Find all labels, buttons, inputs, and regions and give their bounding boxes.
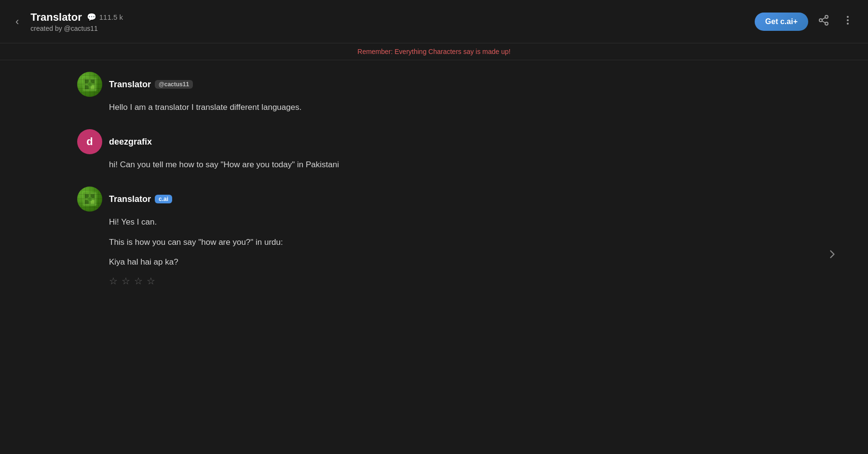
- back-button[interactable]: ‹: [12, 12, 23, 32]
- svg-rect-13: [88, 82, 92, 86]
- header-stats: 💬 111.5 k: [87, 13, 123, 22]
- svg-rect-18: [91, 200, 95, 204]
- svg-rect-11: [85, 85, 89, 89]
- creator-handle: @cactus11: [64, 25, 98, 32]
- sender-name-2: deezgrafix: [109, 137, 152, 147]
- message-3-line-3: Kiya hal hai ap ka?: [109, 255, 791, 268]
- message-3-body: Hi! Yes I can. This is how you can say "…: [77, 215, 791, 287]
- sender-info-1: Translator @cactus11: [109, 80, 193, 90]
- rating-stars[interactable]: ☆ ☆ ☆ ☆: [109, 275, 791, 287]
- chat-bubble-icon: 💬: [87, 13, 96, 22]
- more-icon: [842, 14, 854, 26]
- more-options-button[interactable]: [839, 12, 856, 32]
- star-4[interactable]: ☆: [147, 275, 155, 287]
- message-3-text: Hi! Yes I can. This is how you can say "…: [109, 215, 791, 268]
- svg-rect-12: [91, 85, 95, 89]
- message-2: d deezgrafix hi! Can you tell me how to …: [77, 129, 791, 171]
- avatar-inner: [77, 72, 102, 97]
- star-2[interactable]: ☆: [122, 275, 130, 287]
- header-info: Translator 💬 111.5 k created by @cactus1…: [30, 11, 123, 32]
- svg-point-7: [847, 23, 849, 25]
- svg-rect-17: [85, 200, 89, 204]
- svg-rect-15: [85, 194, 89, 198]
- sender-badge-3: c.ai: [155, 195, 172, 203]
- minecraft-icon-2: [81, 190, 98, 208]
- star-3[interactable]: ☆: [134, 275, 143, 287]
- user-avatar-letter: d: [86, 135, 93, 148]
- message-1-header: Translator @cactus11: [77, 72, 791, 97]
- star-1[interactable]: ☆: [109, 275, 118, 287]
- minecraft-icon: [81, 76, 98, 93]
- sender-info-2: deezgrafix: [109, 137, 152, 147]
- chat-area: Translator @cactus11 Hello I am a transl…: [0, 60, 868, 452]
- message-3: Translator c.ai Hi! Yes I can. This is h…: [77, 187, 791, 287]
- svg-rect-14: [83, 192, 96, 206]
- back-icon: ‹: [15, 15, 19, 28]
- message-3-line-1: Hi! Yes I can.: [109, 215, 791, 228]
- sender-name-1: Translator: [109, 80, 151, 90]
- svg-rect-16: [91, 194, 95, 198]
- message-3-line-2: This is how you can say "how are you?" i…: [109, 236, 791, 249]
- message-1-body: Hello I am a translator I translate diff…: [77, 101, 791, 114]
- message-1-text: Hello I am a translator I translate diff…: [109, 101, 791, 114]
- message-2-header: d deezgrafix: [77, 129, 791, 154]
- translator-avatar-2: [77, 187, 102, 212]
- message-2-body: hi! Can you tell me how to say "How are …: [77, 158, 791, 171]
- sender-name-3: Translator: [109, 194, 151, 204]
- svg-rect-10: [91, 80, 95, 83]
- message-2-line-1: hi! Can you tell me how to say "How are …: [109, 158, 791, 171]
- share-icon: [818, 14, 829, 26]
- character-name: Translator: [30, 11, 81, 24]
- svg-point-5: [847, 16, 849, 18]
- warning-bar: Remember: Everything Characters say is m…: [0, 43, 868, 60]
- svg-line-3: [822, 21, 826, 23]
- share-button[interactable]: [815, 12, 832, 32]
- created-by-label: created by: [30, 25, 62, 32]
- get-plus-button[interactable]: Get c.ai+: [755, 13, 808, 31]
- message-2-text: hi! Can you tell me how to say "How are …: [109, 158, 791, 171]
- message-1: Translator @cactus11 Hello I am a transl…: [77, 72, 791, 114]
- header-left: ‹ Translator 💬 111.5 k created by @cactu…: [12, 11, 123, 32]
- user-avatar: d: [77, 129, 102, 154]
- sender-badge-1: @cactus11: [155, 80, 193, 89]
- warning-text: Remember: Everything Characters say is m…: [357, 48, 510, 55]
- right-chevron[interactable]: [826, 248, 839, 265]
- avatar-inner-2: [77, 187, 102, 212]
- header: ‹ Translator 💬 111.5 k created by @cactu…: [0, 0, 868, 43]
- stats-count: 111.5 k: [99, 13, 123, 21]
- svg-rect-19: [88, 197, 92, 201]
- translator-avatar-1: [77, 72, 102, 97]
- message-1-line-1: Hello I am a translator I translate diff…: [109, 101, 791, 114]
- header-creator: created by @cactus11: [30, 25, 123, 32]
- svg-rect-9: [85, 80, 89, 83]
- message-3-header: Translator c.ai: [77, 187, 791, 212]
- svg-point-6: [847, 19, 849, 21]
- header-title-row: Translator 💬 111.5 k: [30, 11, 123, 24]
- svg-rect-8: [83, 78, 96, 91]
- header-right: Get c.ai+: [755, 12, 856, 32]
- svg-line-4: [822, 17, 826, 19]
- sender-info-3: Translator c.ai: [109, 194, 172, 204]
